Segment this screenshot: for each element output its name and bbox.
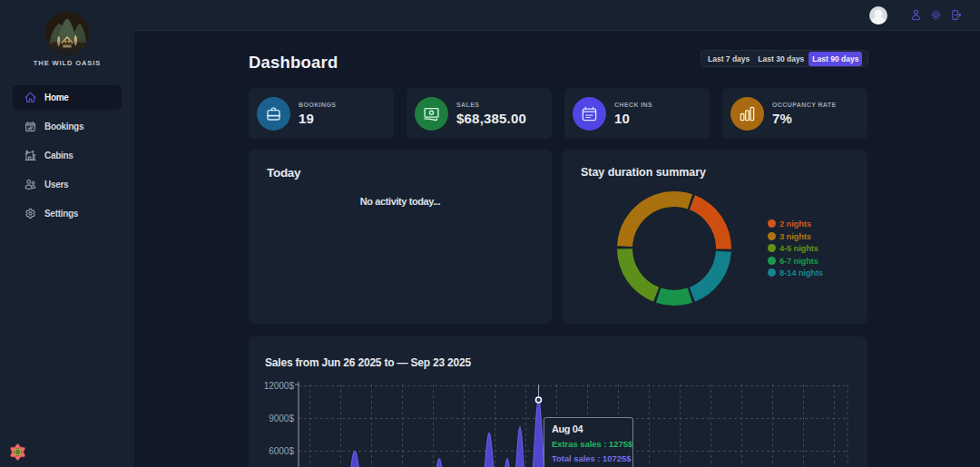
svg-text:9000$: 9000$ [269,413,294,423]
svg-text:12000$: 12000$ [264,381,295,391]
svg-text:6000$: 6000$ [269,446,294,456]
